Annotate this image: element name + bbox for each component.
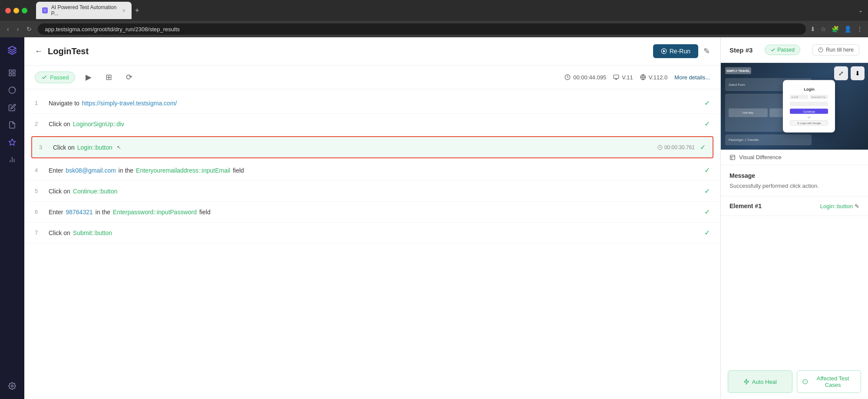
sidebar-item-dashboard[interactable]	[4, 65, 20, 81]
step-row[interactable]: 4 Enter bsk08@gmail.com in the Enteryour…	[24, 160, 720, 181]
step-element: Enterpassword::inputPassword	[113, 209, 197, 216]
step-row[interactable]: 7 Click on Submit::button ✓	[24, 222, 720, 243]
traffic-lights	[5, 8, 27, 13]
screenshot-toolbar: ⤢ ⬇	[834, 66, 865, 80]
refresh-nav-button[interactable]: ↻	[25, 24, 33, 34]
check-icon: ✓	[704, 166, 710, 174]
right-panel-header: Step #3 Passed Run till here	[721, 37, 868, 63]
sidebar-item-analytics[interactable]	[4, 82, 20, 98]
step-number: 5	[35, 188, 43, 194]
sidebar-item-docs[interactable]	[4, 117, 20, 133]
new-tab-button[interactable]: +	[135, 7, 139, 14]
svg-marker-5	[9, 139, 16, 145]
step-label: Step #3	[729, 46, 752, 54]
step-url-link[interactable]: https://simply-travel.testsigma.com/	[82, 100, 177, 107]
affected-test-cases-button[interactable]: Affected Test Cases	[797, 370, 861, 393]
svg-rect-0	[9, 70, 11, 72]
maximize-traffic-light[interactable]	[22, 8, 27, 13]
step-row[interactable]: 2 Click on LoginorSignUp::div ✓	[24, 114, 720, 134]
edit-button[interactable]: ✎	[703, 46, 710, 56]
back-nav-button[interactable]: ‹	[5, 24, 11, 34]
close-traffic-light[interactable]	[5, 8, 11, 13]
minimize-traffic-light[interactable]	[13, 8, 19, 13]
step-text: Enter bsk08@gmail.com in the Enteryourem…	[49, 167, 699, 174]
visual-diff-label: Visual Difference	[739, 154, 782, 160]
page-title: LoginTest	[48, 46, 648, 56]
passed-badge: Passed	[35, 72, 75, 83]
svg-point-9	[11, 385, 13, 387]
layout-button[interactable]: ⊞	[102, 71, 116, 84]
check-icon: ✓	[704, 187, 710, 195]
left-sidebar	[0, 37, 24, 399]
app-layout: ← LoginTest Re-Run ✎ Passed ▶ ⊞ ⟳ 00:00:…	[0, 37, 868, 399]
more-details-link[interactable]: More details...	[674, 74, 710, 81]
sidebar-item-settings[interactable]	[4, 378, 20, 394]
right-panel: Step #3 Passed Run till here SIMPLY TRAV…	[720, 37, 868, 399]
step-value-link[interactable]: bsk08@gmail.com	[66, 167, 116, 174]
bottom-actions: Auto Heal Affected Test Cases	[721, 364, 868, 399]
auto-heal-label: Auto Heal	[752, 379, 777, 385]
run-till-button[interactable]: Run till here	[812, 44, 859, 56]
visual-diff-row[interactable]: Visual Difference	[721, 150, 868, 165]
tab-title: AI Powered Test Automation P...	[51, 4, 119, 16]
active-tab[interactable]: T AI Powered Test Automation P... ✕	[36, 2, 132, 19]
main-content: ← LoginTest Re-Run ✎ Passed ▶ ⊞ ⟳ 00:00:…	[24, 37, 720, 399]
download-icon[interactable]: ⬇	[810, 26, 815, 33]
check-icon: ✓	[700, 143, 706, 151]
step-duration: 00:00:30.761	[657, 144, 695, 150]
meta-info: 00:00:44.095 V.11 V.112.0 More details..…	[564, 74, 710, 81]
version-info: V.11	[613, 74, 633, 81]
page-header: ← LoginTest Re-Run ✎	[24, 37, 720, 65]
extensions-icon[interactable]: 🧩	[832, 26, 839, 33]
forward-nav-button[interactable]: ›	[15, 24, 21, 34]
profile-icon[interactable]: 👤	[844, 26, 851, 33]
step-passed-label: Passed	[777, 47, 795, 53]
step-row[interactable]: 5 Click on Continue::button ✓	[24, 181, 720, 202]
step-element: Submit::button	[73, 229, 112, 236]
browser-version-value: V.112.0	[649, 74, 668, 81]
sidebar-item-edit[interactable]	[4, 100, 20, 115]
sidebar-item-tests[interactable]	[4, 134, 20, 150]
auto-heal-button[interactable]: Auto Heal	[728, 370, 792, 393]
step-text: Click on LoginorSignUp::div	[49, 121, 699, 128]
step-row[interactable]: 1 Navigate to https://simply-travel.test…	[24, 93, 720, 114]
star-icon[interactable]: ☆	[821, 26, 826, 33]
sidebar-item-chart[interactable]	[4, 152, 20, 167]
step-number: 7	[35, 229, 43, 236]
element-value: Login::button	[820, 203, 853, 209]
step-number: 2	[35, 121, 43, 127]
message-section: Message Successfully performed click act…	[721, 165, 868, 196]
rerun-button[interactable]: Re-Run	[653, 44, 698, 58]
svg-rect-1	[13, 70, 15, 72]
svg-marker-11	[663, 50, 665, 52]
step-row-highlighted[interactable]: 3 Click on Login::button ↖ 00:00:30.761 …	[31, 136, 713, 158]
menu-icon[interactable]: ⋮	[857, 26, 863, 33]
step-value-link[interactable]: 98764321	[66, 209, 92, 216]
toolbar-row: Passed ▶ ⊞ ⟳ 00:00:44.095 V.11 V.112.0	[24, 65, 720, 89]
browser-expand-icon[interactable]: ⌄	[858, 7, 863, 13]
svg-rect-13	[614, 75, 619, 78]
download-screenshot-button[interactable]: ⬇	[851, 66, 865, 80]
back-button[interactable]: ←	[35, 47, 43, 56]
expand-screenshot-button[interactable]: ⤢	[834, 66, 848, 80]
browser-toolbar-icons: ⬇ ☆ 🧩 👤 ⋮	[810, 26, 863, 33]
step-number: 3	[39, 144, 48, 150]
history-button[interactable]: ⟳	[122, 71, 136, 84]
element-title: Element #1	[729, 203, 762, 209]
edit-element-button[interactable]: ✎	[855, 203, 859, 209]
check-icon: ✓	[704, 120, 710, 128]
screenshot-area: SIMPLY TRAVEL Select From One Way Mu	[721, 63, 868, 150]
svg-rect-2	[9, 74, 11, 76]
play-button[interactable]: ▶	[82, 71, 95, 84]
address-bar: ‹ › ↻ ⬇ ☆ 🧩 👤 ⋮	[0, 21, 868, 37]
tab-close-button[interactable]: ✕	[122, 8, 125, 13]
affected-label: Affected Test Cases	[810, 375, 855, 388]
login-popup-mock: Login ● Self MakeMyTrip Continue or G Lo…	[783, 80, 835, 133]
step-element: Continue::button	[73, 188, 118, 195]
step-text: Click on Continue::button	[49, 188, 699, 195]
check-icon: ✓	[704, 208, 710, 216]
address-input[interactable]	[38, 23, 806, 35]
tab-bar: T AI Powered Test Automation P... ✕ +	[36, 2, 855, 19]
step-passed-badge: Passed	[765, 45, 800, 55]
step-row[interactable]: 6 Enter 98764321 in the Enterpassword::i…	[24, 202, 720, 222]
